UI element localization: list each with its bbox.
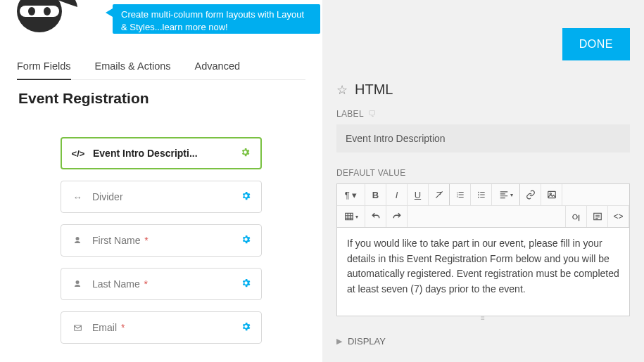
envelope-icon [71,323,84,332]
svg-point-5 [478,192,479,193]
label-input[interactable] [336,124,630,153]
tab-form-fields[interactable]: Form Fields [17,60,71,80]
tab-emails-actions[interactable]: Emails & Actions [95,60,171,79]
field-row-email[interactable]: Email * [61,311,262,344]
gear-icon[interactable] [241,234,251,247]
image-button[interactable] [541,184,562,205]
redo-button[interactable] [386,206,408,227]
svg-rect-10 [345,213,353,219]
ordered-list-button[interactable] [450,184,471,205]
field-list: </> Event Intro Descripti... ↔ Divider F… [61,137,262,344]
arrows-h-icon: ↔ [71,192,84,202]
gear-icon[interactable] [240,147,251,160]
field-row-divider[interactable]: ↔ Divider [61,181,262,213]
main-tabs: Form Fields Emails & Actions Advanced [17,60,305,80]
svg-rect-1 [20,6,59,17]
paragraph-format-button[interactable]: ¶ ▾ [337,184,365,205]
field-row-intro[interactable]: </> Event Intro Descripti... [61,137,262,169]
comment-icon[interactable]: 🗨 [368,109,377,119]
field-label: First Name * [92,235,241,246]
field-row-last-name[interactable]: Last Name * [61,268,262,300]
clear-format-button[interactable] [429,184,450,205]
table-button[interactable]: ▾ [337,206,365,227]
person-icon [71,236,84,245]
ninja-logo [8,0,79,37]
form-title[interactable]: Event Registration [18,90,149,107]
default-value-section-header: DEFAULT VALUE [336,168,630,178]
field-label: Email * [92,322,241,333]
undo-button[interactable] [365,206,386,227]
resize-grip[interactable]: ≡ [336,316,630,321]
display-section-label: DISPLAY [348,336,386,347]
chevron-right-icon: ▶ [336,337,342,346]
link-button[interactable] [520,184,541,205]
italic-button[interactable]: I [386,184,408,205]
promo-banner[interactable]: Create multi-column form layouts with La… [113,4,320,34]
promo-banner-text: Create multi-column form layouts with La… [121,9,304,32]
gear-icon[interactable] [241,278,251,290]
person-icon [71,280,84,288]
default-value-editor[interactable]: If you would like to take part in our ev… [336,228,630,316]
editor-toolbar: ¶ ▾ B I U ▾ ▾ [336,183,630,228]
label-section-header: LABEL 🗨 [336,109,630,119]
panel-title: HTML [355,82,393,98]
svg-point-6 [478,194,479,195]
merge-tag-button[interactable]: ୦ן [566,206,587,227]
rtl-button[interactable] [587,206,608,227]
svg-point-2 [28,7,35,15]
svg-point-7 [478,197,479,198]
field-row-first-name[interactable]: First Name * [61,224,262,257]
tab-advanced[interactable]: Advanced [195,60,241,79]
code-view-button[interactable]: <> [608,206,629,227]
display-section-toggle[interactable]: ▶ DISPLAY [336,336,630,347]
code-icon: </> [72,148,84,159]
svg-point-3 [44,7,51,15]
gear-icon[interactable] [241,321,251,334]
star-icon[interactable]: ☆ [336,82,348,98]
field-label: Divider [92,191,241,202]
field-label: Last Name * [92,278,241,290]
underline-button[interactable]: U [408,184,429,205]
field-label: Event Intro Descripti... [93,148,240,159]
unordered-list-button[interactable] [471,184,492,205]
svg-rect-8 [548,191,555,198]
align-button[interactable]: ▾ [492,184,520,205]
gear-icon[interactable] [241,190,251,203]
done-button[interactable]: DONE [562,28,630,60]
bold-button[interactable]: B [365,184,386,205]
